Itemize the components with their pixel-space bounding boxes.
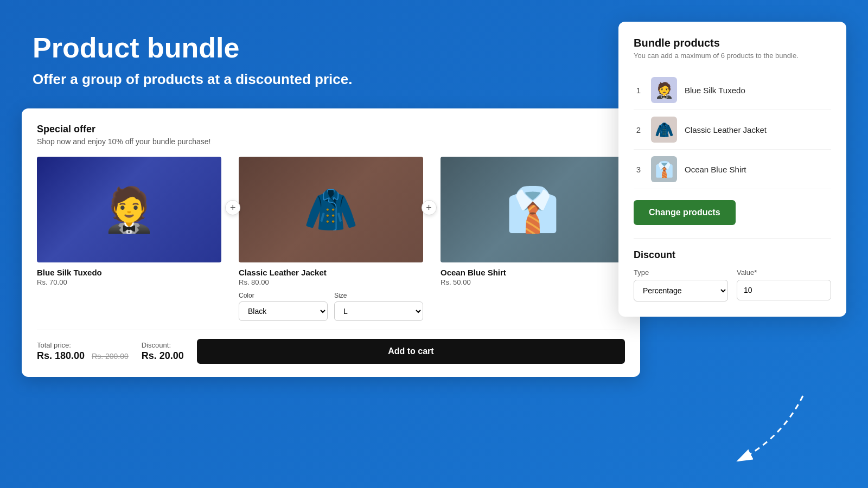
add-to-cart-button[interactable]: Add to cart (197, 339, 625, 364)
total-original-price: Rs. 200.00 (92, 352, 129, 361)
product-image-tuxedo (37, 157, 221, 262)
hero-section: Product bundle Offer a group of products… (33, 33, 352, 88)
bundle-num-2: 2 (634, 125, 643, 134)
product-card-tuxedo: Blue Silk Tuxedo Rs. 70.00 (37, 157, 230, 321)
discount-panel-title: Discount (634, 249, 831, 261)
total-price-value: Rs. 180.00 (37, 350, 85, 361)
discount-value: Rs. 20.00 (142, 350, 184, 362)
products-row: + + Blue Silk Tuxedo Rs. 70.00 Classic L… (37, 157, 625, 321)
product-card-shirt: Ocean Blue Shirt Rs. 50.00 (432, 157, 625, 321)
discount-type-group: Type Percentage Fixed amount (634, 268, 728, 301)
discount-type-label: Type (634, 268, 728, 277)
product-card-jacket: Classic Leather Jacket Rs. 80.00 Color B… (230, 157, 432, 321)
hero-subtitle: Offer a group of products at a discounte… (33, 71, 352, 88)
product-image-jacket (239, 157, 423, 262)
bundle-num-1: 1 (634, 86, 643, 95)
total-label: Total price: (37, 341, 129, 349)
product-name-tuxedo: Blue Silk Tuxedo (37, 268, 221, 277)
change-products-button[interactable]: Change products (634, 200, 736, 225)
bundle-product-name-1: Blue Silk Tuxedo (685, 86, 745, 95)
product-name-shirt: Ocean Blue Shirt (441, 268, 625, 277)
bundle-item-3: 3 👔 Ocean Blue Shirt (634, 150, 831, 189)
store-card-subtitle: Shop now and enjoy 10% off your bundle p… (37, 137, 625, 146)
product-name-jacket: Classic Leather Jacket (239, 268, 423, 277)
color-select[interactable]: Black Blue White Red (239, 301, 328, 321)
store-card: Special offer Shop now and enjoy 10% off… (22, 108, 640, 377)
product-image-shirt (441, 157, 625, 262)
hero-title: Product bundle (33, 33, 352, 63)
variant-row-jacket: Color Black Blue White Red Size XS S M L (239, 292, 423, 321)
plus-icon-2: + (422, 200, 437, 215)
discount-settings-panel: Discount Type Percentage Fixed amount Va… (634, 238, 831, 301)
total-section: Total price: Rs. 180.00 Rs. 200.00 (37, 341, 129, 362)
discount-section: Discount: Rs. 20.00 (142, 341, 184, 362)
product-price-tuxedo: Rs. 70.00 (37, 278, 221, 286)
discount-type-select[interactable]: Percentage Fixed amount (634, 280, 728, 301)
discount-value-input[interactable] (737, 280, 831, 300)
store-card-title: Special offer (37, 124, 625, 135)
discount-value-label: Value* (737, 268, 831, 277)
bundle-thumb-jacket: 🧥 (651, 117, 677, 143)
discount-label: Discount: (142, 341, 184, 349)
size-variant-group: Size XS S M L XL XXL (334, 292, 423, 321)
discount-value-group: Value* (737, 268, 831, 301)
bundle-product-name-2: Classic Leather Jacket (685, 125, 767, 134)
discount-fields: Type Percentage Fixed amount Value* (634, 268, 831, 301)
bundle-thumb-shirt: 👔 (651, 156, 677, 182)
bundle-num-3: 3 (634, 165, 643, 174)
bundle-item-2: 2 🧥 Classic Leather Jacket (634, 110, 831, 150)
bundle-thumb-tuxedo: 🤵 (651, 77, 677, 103)
bundle-panel: Bundle products You can add a maximum of… (618, 22, 846, 317)
bundle-title: Bundle products (634, 37, 831, 49)
arrow-bottom-icon (705, 385, 825, 472)
total-price: Rs. 180.00 Rs. 200.00 (37, 350, 129, 362)
color-label: Color (239, 292, 328, 299)
product-price-shirt: Rs. 50.00 (441, 278, 625, 286)
color-variant-group: Color Black Blue White Red (239, 292, 328, 321)
footer-row: Total price: Rs. 180.00 Rs. 200.00 Disco… (37, 339, 625, 364)
footer-divider (37, 330, 625, 330)
size-select[interactable]: XS S M L XL XXL (334, 301, 423, 321)
size-label: Size (334, 292, 423, 299)
bundle-subtitle: You can add a maximum of 6 products to t… (634, 52, 831, 60)
bundle-list: 1 🤵 Blue Silk Tuxedo 2 🧥 Classic Leather… (634, 70, 831, 189)
product-price-jacket: Rs. 80.00 (239, 278, 423, 286)
bundle-product-name-3: Ocean Blue Shirt (685, 165, 746, 174)
bundle-item-1: 1 🤵 Blue Silk Tuxedo (634, 70, 831, 110)
